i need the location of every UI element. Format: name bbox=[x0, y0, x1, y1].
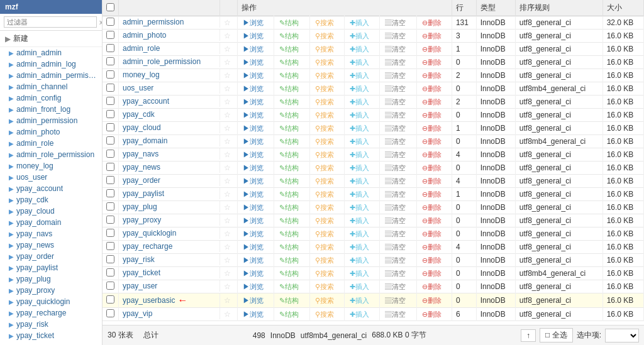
row-checkbox[interactable] bbox=[106, 70, 114, 79]
sidebar-item-money_log[interactable]: ▶money_log bbox=[0, 160, 102, 172]
table-name-link[interactable]: ypay_risk bbox=[123, 255, 155, 264]
table-name-link[interactable]: admin_role bbox=[123, 44, 160, 53]
browse-button[interactable]: ▶浏览 bbox=[242, 256, 265, 265]
empty-button[interactable]: ▤清空 bbox=[384, 256, 407, 265]
table-name-link[interactable]: ypay_recharge bbox=[123, 242, 172, 251]
table-name-link[interactable]: admin_permission bbox=[123, 18, 184, 26]
table-name-link[interactable]: ypay_userbasic bbox=[123, 296, 175, 305]
structure-button[interactable]: ✎结构 bbox=[278, 124, 300, 133]
structure-button[interactable]: ✎结构 bbox=[278, 150, 300, 160]
sidebar-item-ypay_order[interactable]: ▶ypay_order bbox=[0, 251, 102, 262]
browse-button[interactable]: ▶浏览 bbox=[242, 124, 265, 133]
table-name-link[interactable]: ypay_news bbox=[123, 163, 160, 172]
table-name-link[interactable]: ypay_vip bbox=[123, 309, 152, 318]
star-icon[interactable]: ☆ bbox=[224, 310, 231, 319]
row-checkbox[interactable] bbox=[106, 123, 114, 131]
browse-button[interactable]: ▶浏览 bbox=[242, 150, 265, 160]
sidebar-item-admin_channel[interactable]: ▶admin_channel bbox=[0, 81, 102, 92]
delete-button[interactable]: ⊖删除 bbox=[421, 18, 443, 28]
structure-button[interactable]: ✎结构 bbox=[278, 111, 300, 120]
search-button[interactable]: ⚲搜索 bbox=[314, 163, 335, 173]
row-checkbox[interactable] bbox=[106, 44, 114, 52]
sidebar-item-ypay_cloud[interactable]: ▶ypay_cloud bbox=[0, 205, 102, 217]
table-name-link[interactable]: admin_photo bbox=[123, 31, 166, 40]
star-icon[interactable]: ☆ bbox=[224, 296, 231, 305]
empty-button[interactable]: ▤清空 bbox=[384, 150, 407, 160]
structure-button[interactable]: ✎结构 bbox=[278, 31, 300, 41]
table-name-link[interactable]: ypay_cloud bbox=[123, 123, 161, 132]
delete-button[interactable]: ⊖删除 bbox=[421, 163, 443, 173]
delete-button[interactable]: ⊖删除 bbox=[421, 296, 443, 305]
structure-button[interactable]: ✎结构 bbox=[278, 203, 300, 212]
sidebar-item-admin_admin_permission[interactable]: ▶admin_admin_permissio bbox=[0, 70, 102, 81]
star-icon[interactable]: ☆ bbox=[224, 18, 231, 27]
table-name-link[interactable]: ypay_domain bbox=[123, 136, 167, 145]
sidebar-item-uos_user[interactable]: ▶uos_user bbox=[0, 172, 102, 183]
insert-button[interactable]: ✚插入 bbox=[348, 296, 370, 305]
row-checkbox[interactable] bbox=[106, 216, 114, 224]
structure-button[interactable]: ✎结构 bbox=[278, 97, 300, 107]
insert-button[interactable]: ✚插入 bbox=[348, 58, 370, 67]
empty-button[interactable]: ▤清空 bbox=[384, 229, 407, 239]
insert-button[interactable]: ✚插入 bbox=[348, 310, 370, 319]
table-name-link[interactable]: ypay_proxy bbox=[123, 216, 161, 224]
row-checkbox[interactable] bbox=[106, 18, 114, 26]
insert-button[interactable]: ✚插入 bbox=[348, 31, 370, 41]
browse-button[interactable]: ▶浏览 bbox=[242, 177, 265, 186]
insert-button[interactable]: ✚插入 bbox=[348, 18, 370, 28]
row-checkbox[interactable] bbox=[106, 163, 114, 171]
star-icon[interactable]: ☆ bbox=[224, 97, 231, 106]
sidebar-item-admin_admin[interactable]: ▶admin_admin bbox=[0, 47, 102, 58]
sidebar-item-ypay_paylist[interactable]: ▶ypay_paylist bbox=[0, 262, 102, 273]
search-button[interactable]: ⚲搜索 bbox=[314, 124, 335, 133]
structure-button[interactable]: ✎结构 bbox=[278, 229, 300, 239]
delete-button[interactable]: ⊖删除 bbox=[421, 150, 443, 160]
browse-button[interactable]: ▶浏览 bbox=[242, 229, 265, 239]
sidebar-item-ypay_domain[interactable]: ▶ypay_domain bbox=[0, 217, 102, 228]
empty-button[interactable]: ▤清空 bbox=[384, 45, 407, 54]
insert-button[interactable]: ✚插入 bbox=[348, 243, 370, 252]
browse-button[interactable]: ▶浏览 bbox=[242, 137, 265, 146]
search-button[interactable]: ⚲搜索 bbox=[314, 229, 335, 239]
table-name-link[interactable]: money_log bbox=[123, 70, 160, 79]
browse-button[interactable]: ▶浏览 bbox=[242, 190, 265, 199]
star-icon[interactable]: ☆ bbox=[224, 137, 231, 146]
sidebar-item-ypay_plug[interactable]: ▶ypay_plug bbox=[0, 273, 102, 285]
browse-button[interactable]: ▶浏览 bbox=[242, 269, 265, 278]
row-checkbox[interactable] bbox=[106, 202, 114, 211]
search-button[interactable]: ⚲搜索 bbox=[314, 256, 335, 265]
star-icon[interactable]: ☆ bbox=[224, 256, 231, 265]
insert-button[interactable]: ✚插入 bbox=[348, 216, 370, 226]
search-button[interactable]: ⚲搜索 bbox=[314, 216, 335, 226]
insert-button[interactable]: ✚插入 bbox=[348, 137, 370, 146]
browse-button[interactable]: ▶浏览 bbox=[242, 18, 265, 28]
insert-button[interactable]: ✚插入 bbox=[348, 150, 370, 160]
structure-button[interactable]: ✎结构 bbox=[278, 45, 300, 54]
browse-button[interactable]: ▶浏览 bbox=[242, 84, 265, 94]
empty-button[interactable]: ▤清空 bbox=[384, 243, 407, 252]
row-checkbox[interactable] bbox=[106, 150, 114, 158]
footer-action-select[interactable]: 导出 删除 清空 bbox=[605, 329, 639, 342]
insert-button[interactable]: ✚插入 bbox=[348, 269, 370, 278]
sidebar-item-ypay_navs[interactable]: ▶ypay_navs bbox=[0, 228, 102, 239]
footer-export-btn[interactable]: ↑ bbox=[521, 329, 536, 342]
search-button[interactable]: ⚲搜索 bbox=[314, 203, 335, 212]
browse-button[interactable]: ▶浏览 bbox=[242, 97, 265, 107]
delete-button[interactable]: ⊖删除 bbox=[421, 310, 443, 319]
browse-button[interactable]: ▶浏览 bbox=[242, 243, 265, 252]
sidebar-item-ypay_account[interactable]: ▶ypay_account bbox=[0, 183, 102, 194]
star-icon[interactable]: ☆ bbox=[224, 243, 231, 251]
footer-select-all-btn[interactable]: □ 全选 bbox=[540, 328, 573, 342]
row-checkbox[interactable] bbox=[106, 295, 114, 304]
empty-button[interactable]: ▤清空 bbox=[384, 111, 407, 120]
search-button[interactable]: ⚲搜索 bbox=[314, 282, 335, 292]
delete-button[interactable]: ⊖删除 bbox=[421, 124, 443, 133]
delete-button[interactable]: ⊖删除 bbox=[421, 45, 443, 54]
empty-button[interactable]: ▤清空 bbox=[384, 177, 407, 186]
row-checkbox[interactable] bbox=[106, 229, 114, 237]
empty-button[interactable]: ▤清空 bbox=[384, 97, 407, 107]
structure-button[interactable]: ✎结构 bbox=[278, 163, 300, 173]
structure-button[interactable]: ✎结构 bbox=[278, 216, 300, 226]
delete-button[interactable]: ⊖删除 bbox=[421, 84, 443, 94]
star-icon[interactable]: ☆ bbox=[224, 124, 231, 133]
